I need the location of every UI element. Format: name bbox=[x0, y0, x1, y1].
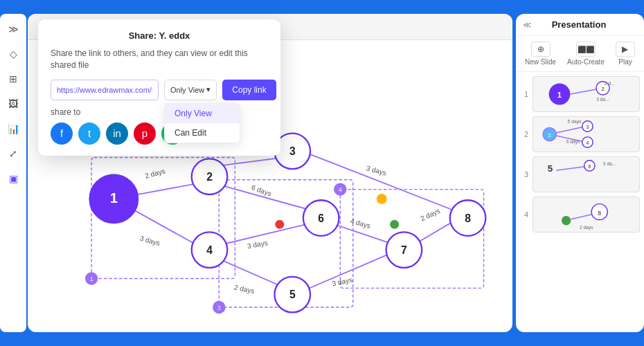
svg-text:2: 2 bbox=[206, 171, 213, 183]
svg-point-72 bbox=[562, 216, 571, 225]
svg-text:2 days: 2 days bbox=[233, 283, 255, 295]
new-slide-icon: ⊕ bbox=[531, 42, 551, 57]
right-panel-header: ≪ Presentation bbox=[516, 14, 644, 36]
svg-text:3: 3 bbox=[217, 304, 221, 311]
svg-text:4: 4 bbox=[587, 140, 589, 145]
left-panel-icon-grid[interactable]: ⊞ bbox=[3, 69, 23, 89]
svg-point-4 bbox=[390, 220, 399, 229]
svg-text:3 days: 3 days bbox=[139, 235, 161, 247]
slide-item-3[interactable]: 3 5 6 3 da... bbox=[520, 156, 640, 192]
share-dialog: Share: Y. eddx Share the link to others,… bbox=[38, 19, 280, 156]
presentation-toolbar: ⊕ New Slide ⬛⬛ Auto-Create ▶ Play bbox=[516, 36, 644, 72]
new-slide-button[interactable]: ⊕ New Slide bbox=[525, 42, 556, 66]
right-panel-title: Presentation bbox=[532, 19, 626, 30]
slide-thumb-3: 5 6 3 da... bbox=[533, 156, 640, 192]
svg-text:4 days: 4 days bbox=[350, 217, 372, 230]
share-dropdown-menu: Only View Can Edit bbox=[164, 103, 240, 143]
share-dialog-description: Share the link to others, and they can v… bbox=[51, 48, 268, 71]
twitter-share-button[interactable]: t bbox=[78, 122, 100, 145]
facebook-share-button[interactable]: f bbox=[51, 122, 73, 145]
svg-text:8: 8 bbox=[465, 212, 471, 224]
new-slide-label: New Slide bbox=[525, 58, 556, 66]
svg-text:8: 8 bbox=[598, 210, 601, 217]
svg-text:1: 1 bbox=[110, 190, 118, 206]
svg-text:1: 1 bbox=[90, 275, 93, 282]
slide-item-2[interactable]: 2 2 3 4 5 days 6 days bbox=[520, 116, 640, 152]
svg-text:5: 5 bbox=[289, 289, 296, 300]
slide-item-4[interactable]: 4 8 2 days bbox=[520, 197, 640, 233]
svg-text:3 days: 3 days bbox=[247, 239, 268, 250]
svg-line-50 bbox=[570, 89, 599, 94]
left-panel-icon-shapes[interactable]: ◇ bbox=[3, 44, 23, 64]
svg-text:3 da...: 3 da... bbox=[603, 161, 616, 166]
svg-text:4: 4 bbox=[339, 186, 342, 193]
left-panel: ≫ ◇ ⊞ 🖼 📊 ⤢ ▣ bbox=[0, 14, 26, 332]
share-link-input[interactable] bbox=[51, 80, 159, 100]
slide-thumb-4: 8 2 days bbox=[533, 197, 640, 233]
chevron-down-icon: ▾ bbox=[206, 85, 211, 94]
svg-text:3 days: 3 days bbox=[366, 164, 388, 176]
copy-link-button[interactable]: Copy link bbox=[222, 80, 276, 100]
svg-line-66 bbox=[556, 166, 586, 170]
dropdown-only-view[interactable]: Only View bbox=[165, 104, 240, 123]
slide-number-4: 4 bbox=[520, 210, 528, 219]
dropdown-can-edit[interactable]: Can Edit bbox=[165, 123, 240, 143]
svg-line-73 bbox=[571, 215, 591, 219]
left-panel-icon-expand[interactable]: ≫ bbox=[3, 19, 23, 39]
svg-text:2 days: 2 days bbox=[144, 167, 166, 180]
right-panel: ≪ Presentation ⊕ New Slide ⬛⬛ Auto-Creat… bbox=[516, 14, 644, 332]
svg-text:4: 4 bbox=[206, 244, 213, 256]
svg-text:1: 1 bbox=[557, 91, 562, 99]
pinterest-share-button[interactable]: p bbox=[134, 122, 156, 145]
slide-item-1[interactable]: 1 1 2 3 da... 2 d... bbox=[520, 76, 640, 112]
slides-list: 1 1 2 3 da... 2 d... 2 bbox=[516, 72, 644, 332]
slide-number-3: 3 bbox=[520, 170, 528, 179]
slide-number-1: 1 bbox=[520, 90, 528, 98]
svg-text:2 days: 2 days bbox=[580, 225, 593, 230]
linkedin-share-button[interactable]: in bbox=[106, 122, 128, 145]
svg-point-3 bbox=[275, 220, 284, 229]
left-panel-icon-image[interactable]: 🖼 bbox=[3, 94, 23, 113]
svg-text:3: 3 bbox=[587, 125, 589, 129]
svg-text:6 days: 6 days bbox=[566, 139, 580, 145]
auto-create-label: Auto-Create bbox=[567, 58, 605, 66]
left-panel-icon-present[interactable]: ▣ bbox=[3, 169, 23, 188]
svg-text:5: 5 bbox=[548, 163, 553, 174]
svg-text:2: 2 bbox=[601, 86, 604, 92]
svg-text:6 days: 6 days bbox=[251, 183, 273, 198]
left-panel-icon-expand2[interactable]: ⤢ bbox=[3, 144, 23, 163]
svg-point-5 bbox=[377, 194, 387, 204]
play-button[interactable]: ▶ Play bbox=[616, 42, 635, 66]
svg-text:5 days: 5 days bbox=[568, 119, 582, 125]
svg-text:3 da...: 3 da... bbox=[596, 97, 609, 102]
share-dialog-title: Share: Y. eddx bbox=[51, 30, 268, 41]
left-panel-icon-chart[interactable]: 📊 bbox=[3, 119, 23, 138]
svg-text:7: 7 bbox=[401, 244, 407, 256]
svg-text:3: 3 bbox=[289, 145, 296, 157]
auto-create-button[interactable]: ⬛⬛ Auto-Create bbox=[567, 42, 605, 66]
svg-text:2 days: 2 days bbox=[419, 207, 441, 223]
expand-icon[interactable]: ≪ bbox=[523, 20, 532, 30]
svg-text:6: 6 bbox=[588, 164, 591, 169]
slide-thumb-2: 2 3 4 5 days 6 days bbox=[533, 116, 640, 152]
svg-line-14 bbox=[302, 253, 391, 291]
auto-create-icon: ⬛⬛ bbox=[576, 42, 596, 57]
svg-text:6: 6 bbox=[318, 212, 324, 224]
slide-number-2: 2 bbox=[520, 130, 528, 138]
play-icon: ▶ bbox=[616, 42, 635, 57]
share-link-row: Only View ▾ Only View Can Edit Copy link bbox=[51, 80, 268, 100]
share-view-select: Only View ▾ Only View Can Edit bbox=[164, 80, 217, 100]
slide-thumb-1: 1 2 3 da... 2 d... bbox=[533, 76, 640, 112]
svg-text:2 d...: 2 d... bbox=[605, 81, 615, 86]
svg-text:2: 2 bbox=[548, 132, 551, 138]
share-view-button[interactable]: Only View ▾ bbox=[164, 80, 217, 100]
share-view-label: Only View bbox=[170, 86, 204, 94]
play-label: Play bbox=[618, 58, 632, 66]
